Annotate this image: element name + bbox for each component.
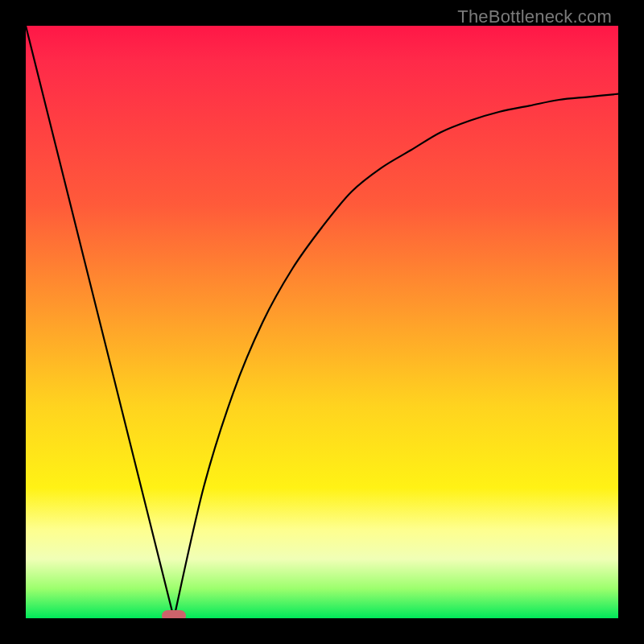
curve-svg bbox=[26, 26, 618, 618]
watermark-text: TheBottleneck.com bbox=[457, 6, 612, 27]
plot-area bbox=[26, 26, 618, 618]
chart-frame: TheBottleneck.com bbox=[0, 0, 644, 644]
bottleneck-curve-path bbox=[26, 26, 618, 618]
minimum-marker bbox=[162, 610, 186, 618]
